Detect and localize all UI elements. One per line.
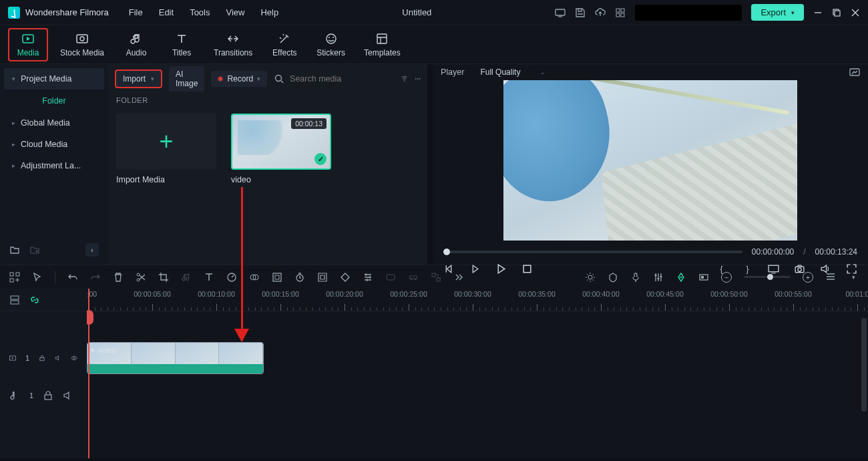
tab-media[interactable]: Media xyxy=(8,28,48,61)
add-track-icon[interactable] xyxy=(9,272,20,283)
preview-canvas[interactable] xyxy=(441,78,860,243)
zoom-slider[interactable] xyxy=(744,276,791,278)
more-options-icon[interactable] xyxy=(415,73,421,84)
color-match-icon[interactable] xyxy=(249,272,260,283)
tab-stock-media[interactable]: Stock Media xyxy=(53,29,111,60)
svg-point-11 xyxy=(329,37,330,38)
playhead[interactable] xyxy=(88,289,89,458)
magnetic-icon[interactable] xyxy=(676,272,686,283)
speed-icon[interactable] xyxy=(226,272,237,283)
snapshot-icon[interactable] xyxy=(849,67,860,78)
motion-track-icon[interactable] xyxy=(340,272,351,283)
timeline-layers-icon[interactable] xyxy=(9,295,20,305)
new-folder-icon[interactable] xyxy=(9,245,20,255)
delete-icon[interactable] xyxy=(113,272,124,283)
chevron-down-icon: ▾ xyxy=(12,75,15,82)
timeline-view-icon[interactable] xyxy=(825,272,836,283)
ratio-icon[interactable] xyxy=(698,272,709,283)
export-button[interactable]: Export▾ xyxy=(751,4,804,21)
video-track-lane[interactable]: ▸video xyxy=(87,339,868,377)
audio-track-header[interactable]: 1 xyxy=(0,377,87,414)
crop-icon[interactable] xyxy=(158,272,169,283)
zoom-in-button[interactable]: + xyxy=(803,272,813,283)
stop-button[interactable] xyxy=(521,263,533,275)
more-tools-icon[interactable] xyxy=(453,272,464,283)
timeline-clip[interactable]: ▸video xyxy=(87,342,264,374)
redo-icon[interactable] xyxy=(90,272,101,283)
window-close-button[interactable] xyxy=(851,8,860,17)
tab-audio[interactable]: Audio xyxy=(116,29,156,60)
menu-help[interactable]: Help xyxy=(260,7,278,17)
svg-rect-2 xyxy=(621,9,624,12)
green-screen-icon[interactable] xyxy=(272,272,282,283)
audio-detach-icon[interactable] xyxy=(181,272,192,283)
ai-image-button[interactable]: AI Image xyxy=(169,66,204,92)
marker-icon[interactable] xyxy=(608,272,618,283)
vehicle-icon[interactable] xyxy=(408,272,419,283)
visibility-icon[interactable] xyxy=(71,353,77,363)
menu-tools[interactable]: Tools xyxy=(190,7,210,17)
svg-point-12 xyxy=(333,37,334,38)
tab-templates[interactable]: Templates xyxy=(357,29,407,60)
sidebar-cloud-media[interactable]: ▸Cloud Media xyxy=(4,134,104,155)
undo-icon[interactable] xyxy=(67,272,78,283)
text-tool-icon[interactable] xyxy=(204,272,214,283)
menu-edit[interactable]: Edit xyxy=(159,7,174,17)
voiceover-icon[interactable] xyxy=(630,272,641,283)
save-icon[interactable] xyxy=(575,7,586,18)
lock-icon[interactable] xyxy=(39,353,45,363)
keyframe-icon[interactable] xyxy=(317,272,328,283)
audio-track-lane[interactable] xyxy=(87,377,868,414)
apps-grid-icon[interactable] xyxy=(615,7,626,18)
menu-view[interactable]: View xyxy=(226,7,244,17)
duration-badge: 00:00:13 xyxy=(291,118,327,129)
mask-icon[interactable] xyxy=(385,272,396,283)
vertical-scrollbar[interactable] xyxy=(861,318,867,412)
quality-dropdown[interactable]: Full Quality⌄ xyxy=(480,67,546,77)
device-icon[interactable] xyxy=(555,7,566,18)
cloud-upload-icon[interactable] xyxy=(595,7,606,18)
mute-icon[interactable] xyxy=(63,390,73,401)
mark-out-button[interactable]: } xyxy=(742,263,753,275)
timeline-options-icon[interactable]: ▾ xyxy=(848,272,859,283)
import-button[interactable]: Import▾ xyxy=(115,69,162,88)
adjust-icon[interactable] xyxy=(363,272,373,283)
split-icon[interactable] xyxy=(136,272,146,283)
search-input[interactable] xyxy=(290,74,395,84)
sidebar-project-media[interactable]: ▾Project Media xyxy=(4,68,104,90)
import-media-tile[interactable]: + Import Media xyxy=(116,114,216,184)
select-tool-icon[interactable] xyxy=(32,272,43,283)
tab-stickers[interactable]: Stickers xyxy=(310,29,352,60)
tab-transitions[interactable]: Transitions xyxy=(207,29,259,60)
video-track-header[interactable]: 1 xyxy=(0,339,87,377)
play-backward-button[interactable] xyxy=(469,263,481,275)
sidebar-adjustment-layer[interactable]: ▸Adjustment La... xyxy=(4,155,104,176)
timeline-ruler[interactable]: 00:0000:00:05:0000:00:10:0000:00:15:0000… xyxy=(87,289,868,311)
timer-icon[interactable] xyxy=(294,272,305,283)
menu-file[interactable]: File xyxy=(129,7,143,17)
lock-icon[interactable] xyxy=(43,390,53,401)
seek-bar[interactable] xyxy=(443,251,742,253)
tab-effects[interactable]: Effects xyxy=(264,29,304,60)
brightness-icon[interactable] xyxy=(585,272,596,283)
new-bin-icon[interactable] xyxy=(29,245,40,255)
zoom-out-button[interactable]: − xyxy=(721,272,732,283)
window-maximize-button[interactable] xyxy=(832,8,841,17)
effects-chain-icon[interactable] xyxy=(431,272,441,283)
player-label: Player xyxy=(441,67,464,77)
tab-titles[interactable]: Titles xyxy=(162,29,202,60)
display-mode-icon[interactable] xyxy=(768,263,779,275)
timeline-tracks-area[interactable]: 00:0000:00:05:0000:00:10:0000:00:15:0000… xyxy=(87,289,868,458)
collapse-sidebar-button[interactable]: ‹ xyxy=(85,243,99,257)
mute-icon[interactable] xyxy=(55,353,61,363)
play-button[interactable] xyxy=(495,263,507,275)
link-icon[interactable] xyxy=(29,295,40,305)
account-area[interactable] xyxy=(635,5,742,21)
sidebar-folder[interactable]: Folder xyxy=(4,90,104,112)
record-button[interactable]: Record▾ xyxy=(211,71,267,87)
mixer-icon[interactable] xyxy=(653,272,664,283)
window-minimize-button[interactable] xyxy=(813,8,823,17)
sidebar-global-media[interactable]: ▸Global Media xyxy=(4,112,104,134)
media-clip-tile[interactable]: 00:00:13 ⛶ ✓ video xyxy=(231,114,331,184)
filter-icon[interactable] xyxy=(401,73,407,84)
